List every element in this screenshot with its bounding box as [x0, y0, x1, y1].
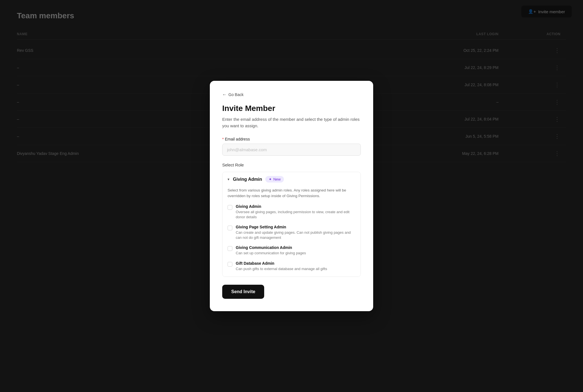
giving-communication-role-name: Giving Communication Admin: [236, 245, 306, 250]
role-item-giving-communication: Giving Communication Admin Can set up co…: [228, 245, 355, 256]
giving-communication-checkbox[interactable]: [228, 246, 232, 251]
chevron-down-icon: ▾: [228, 177, 230, 181]
role-item-giving-page-setting: Giving Page Setting Admin Can create and…: [228, 225, 355, 240]
giving-admin-description: Select from various giving admin roles. …: [228, 186, 355, 199]
required-indicator: *: [222, 137, 224, 141]
giving-page-setting-role-name: Giving Page Setting Admin: [236, 225, 355, 229]
giving-admin-role-desc: Oversee all giving pages, including perm…: [236, 210, 355, 220]
giving-admin-checkbox[interactable]: [228, 205, 232, 210]
role-item-giving-admin: Giving Admin Oversee all giving pages, i…: [228, 204, 355, 220]
giving-page-setting-role-desc: Can create and update giving pages. Can …: [236, 230, 355, 240]
invite-member-modal: ← Go Back Invite Member Enter the email …: [210, 81, 373, 311]
modal-title: Invite Member: [222, 104, 361, 113]
gift-database-checkbox[interactable]: [228, 262, 232, 267]
arrow-left-icon: ←: [222, 92, 227, 97]
giving-admin-section-body: Select from various giving admin roles. …: [222, 186, 361, 277]
email-field-label: * Email address: [222, 137, 361, 141]
email-input[interactable]: [222, 144, 361, 156]
modal-subtitle: Enter the email address of the member an…: [222, 116, 361, 129]
giving-admin-section: ▾ Giving Admin ✦ New Select from various…: [222, 172, 361, 277]
giving-admin-role-name: Giving Admin: [236, 204, 355, 209]
star-icon: ✦: [269, 177, 272, 181]
send-invite-button[interactable]: Send Invite: [222, 285, 264, 299]
role-item-gift-database: Gift Database Admin Can push gifts to ex…: [228, 261, 355, 271]
giving-communication-role-desc: Can set up communication for giving page…: [236, 251, 306, 256]
go-back-button[interactable]: ← Go Back: [222, 92, 244, 97]
modal-overlay: ← Go Back Invite Member Enter the email …: [0, 0, 583, 392]
gift-database-role-desc: Can push gifts to external database and …: [236, 266, 327, 271]
giving-page-setting-checkbox[interactable]: [228, 226, 232, 230]
gift-database-role-name: Gift Database Admin: [236, 261, 327, 266]
new-badge: ✦ New: [265, 176, 284, 182]
giving-admin-title: Giving Admin: [233, 177, 262, 182]
giving-admin-section-header[interactable]: ▾ Giving Admin ✦ New: [222, 172, 361, 186]
select-role-label: Select Role: [222, 162, 361, 167]
